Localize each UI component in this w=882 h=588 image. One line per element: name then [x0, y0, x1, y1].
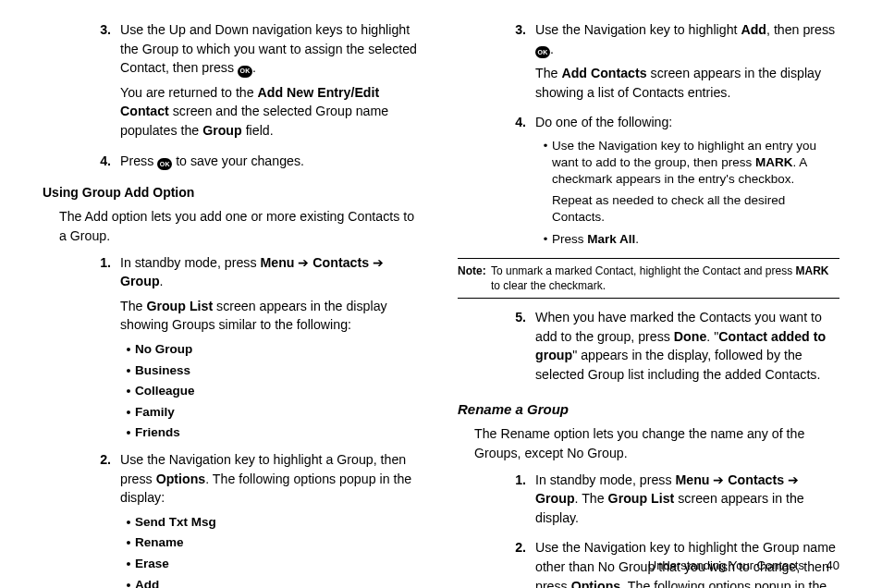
bold-text: Group: [120, 274, 160, 288]
text: .: [252, 60, 256, 75]
bullet-dot: •: [122, 513, 135, 533]
bullet-dot: •: [122, 533, 135, 553]
list-item: •Add: [122, 576, 424, 588]
bold-text: Menu: [675, 472, 709, 487]
list-label: Colleague: [135, 382, 424, 401]
bullet-dot: •: [122, 555, 135, 574]
step-number: 4.: [504, 113, 526, 251]
right-column: 3. Use the Navigation key to highlight A…: [458, 20, 839, 588]
text: . The: [575, 491, 608, 506]
arrow-icon: ➔: [369, 255, 384, 270]
options-list: •Send Txt Msg •Rename •Erase •Add: [122, 513, 424, 588]
step-2: 2. Use the Navigation key to highlight a…: [89, 450, 424, 588]
bold-text: Add: [741, 22, 766, 37]
step-body: Do one of the following: • Use the Navig…: [535, 113, 839, 251]
bold-text: MARK: [755, 155, 793, 169]
text: Do one of the following:: [535, 113, 839, 132]
list-label: Business: [135, 361, 424, 381]
intro-text: The Rename option lets you change the na…: [474, 424, 839, 462]
list-item: •Friends: [122, 423, 424, 443]
list-label: Friends: [135, 423, 424, 443]
bold-text: Menu: [260, 255, 294, 270]
step-3: 3. Use the Navigation key to highlight A…: [504, 20, 839, 107]
bullet-dot: •: [539, 138, 552, 229]
ok-icon: OK: [157, 158, 172, 170]
bold-text: Options: [156, 472, 206, 486]
step-4: 4. Do one of the following: • Use the Na…: [504, 113, 839, 251]
step-body: When you have marked the Contacts you wa…: [535, 308, 839, 389]
step-number: 3.: [504, 20, 526, 107]
list-label: Family: [135, 403, 424, 423]
text: Use the Navigation key to highlight: [535, 22, 741, 37]
bold-text: Add Contacts: [561, 66, 646, 80]
step-number: 3.: [89, 20, 111, 146]
bold-text: Group: [202, 123, 242, 138]
text: .: [635, 232, 639, 246]
text: . ": [706, 329, 718, 344]
list-item: •Rename: [122, 533, 424, 553]
text: You are returned to the: [120, 85, 258, 100]
list-label: Erase: [135, 555, 424, 574]
intro-text: The Add option lets you add one or more …: [59, 207, 424, 245]
step-body: Use the Navigation key to highlight Add,…: [535, 20, 839, 107]
list-label: Send Txt Msg: [135, 513, 424, 533]
note-label: Note:: [458, 263, 491, 293]
list-label: No Group: [135, 340, 424, 360]
bullet-text: Use the Navigation key to highlight an e…: [552, 138, 839, 229]
text: .: [550, 42, 554, 56]
step-body: In standby mode, press Menu ➔ Contacts ➔…: [120, 253, 424, 445]
list-item: •Colleague: [122, 382, 424, 401]
bold-text: MARK: [796, 264, 829, 277]
note-block: Note: To unmark a marked Contact, highli…: [458, 258, 839, 299]
step-body: Use the Navigation key to highlight a Gr…: [120, 450, 424, 588]
bullet-dot: •: [122, 361, 135, 381]
list-item: • Use the Navigation key to highlight an…: [539, 138, 839, 229]
bold-text: Group: [535, 491, 575, 506]
text: Use the Up and Down navigation keys to h…: [120, 22, 417, 75]
step-5: 5. When you have marked the Contacts you…: [504, 308, 839, 389]
bold-text: Group List: [608, 491, 675, 506]
step-body: Use the Up and Down navigation keys to h…: [120, 20, 424, 146]
bullet-text: Press Mark All.: [552, 231, 839, 249]
text: Repeat as needed to check all the desire…: [552, 192, 839, 226]
left-column: 3. Use the Up and Down navigation keys t…: [43, 20, 424, 588]
list-item: •Business: [122, 361, 424, 381]
bullet-dot: •: [122, 382, 135, 401]
bold-text: Mark All: [587, 232, 635, 246]
text: The: [120, 299, 146, 313]
heading-rename-group: Rename a Group: [458, 399, 839, 420]
bold-text: Contacts: [728, 472, 784, 487]
step-number: 2.: [504, 538, 526, 588]
two-column-layout: 3. Use the Up and Down navigation keys t…: [43, 20, 839, 588]
step-number: 1.: [504, 471, 526, 533]
text: To unmark a marked Contact, highlight th…: [491, 264, 796, 277]
ok-icon: OK: [535, 46, 550, 58]
step-1: 1. In standby mode, press Menu ➔ Contact…: [89, 253, 424, 445]
text: .: [160, 274, 164, 288]
list-label: Add: [135, 576, 424, 588]
arrow-icon: ➔: [294, 255, 312, 270]
bold-text: Done: [674, 329, 706, 344]
step-1: 1. In standby mode, press Menu ➔ Contact…: [504, 471, 839, 533]
group-list: •No Group •Business •Colleague •Family •…: [122, 340, 424, 443]
list-item: •Send Txt Msg: [122, 513, 424, 533]
ok-icon: OK: [238, 66, 252, 78]
page-number: 40: [827, 558, 839, 572]
list-item: •No Group: [122, 340, 424, 360]
text: " appears in the display, followed by th…: [535, 348, 820, 382]
text: The: [535, 66, 561, 80]
bold-text: Options: [571, 579, 621, 588]
text: In standby mode, press: [535, 472, 675, 487]
bullet-dot: •: [122, 576, 135, 588]
list-item: •Family: [122, 403, 424, 423]
bullet-dot: •: [122, 423, 135, 443]
step-body: Press OK to save your changes.: [120, 152, 424, 177]
text: , then press: [766, 22, 835, 37]
list-item: • Press Mark All.: [539, 231, 839, 249]
section-title: Understanding Your Contacts: [648, 558, 804, 572]
heading-using-group-add: Using Group Add Option: [43, 183, 424, 202]
step-number: 5.: [504, 308, 526, 389]
bullet-dot: •: [122, 403, 135, 423]
text: Press: [120, 153, 157, 168]
text: to clear the checkmark.: [491, 279, 606, 292]
